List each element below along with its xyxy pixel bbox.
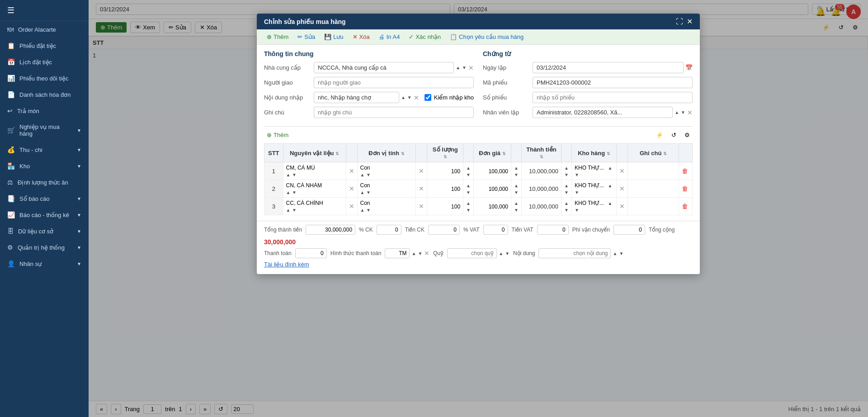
row-1-sl-input[interactable] [433,168,460,175]
row-2-kho-clear[interactable]: ✕ [617,180,628,198]
row-1-dvt[interactable]: ▲ ▼ [357,162,416,180]
row-1-kho[interactable]: ▲ ▼ [571,162,616,180]
nguoi-giao-input[interactable] [314,77,474,88]
row-1-nvl[interactable]: ▲ ▼ [283,162,346,180]
maximize-button[interactable]: ⛶ [676,17,683,26]
nha-cung-cap-clear-button[interactable]: ✕ [468,64,474,71]
row-3-dvt[interactable]: ▲ ▼ [357,198,416,215]
tong-thanh-tien-input[interactable] [306,225,355,235]
row-2-nvl[interactable]: ▲ ▼ [283,180,346,198]
pct-ck-input[interactable] [377,225,401,235]
row-3-kho[interactable]: ▲ ▼ [571,198,616,215]
row-1-kho-up[interactable]: ▲ [608,166,613,171]
row-1-dvt-up[interactable]: ▲ [360,172,365,177]
row-2-kho-down[interactable]: ▼ [575,190,579,195]
row-2-del[interactable]: 🗑 [679,180,693,198]
row-1-dg-input[interactable] [476,168,508,175]
row-3-nvl[interactable]: ▲ ▼ [283,198,346,215]
row-1-dvt-clear[interactable]: ✕ [416,162,427,180]
inner-refresh-button[interactable]: ↺ [669,130,679,140]
row-3-dvt-input[interactable] [360,200,413,206]
calendar-icon[interactable]: 📅 [685,64,693,71]
tai-lieu-link[interactable]: Tài liệu đính kèm [264,261,309,268]
row-1-delete-button[interactable]: 🗑 [682,167,688,175]
row-2-sl[interactable] [427,180,463,198]
row-3-sl-up[interactable]: ▲ [466,201,471,206]
hinh-thuc-down[interactable]: ▼ [418,251,422,256]
sidebar-item-phieu-dat-tiec[interactable]: 📋 Phiếu đặt tiệc [0,38,89,54]
row-2-kho-input[interactable] [575,182,606,189]
row-3-dvt-clear[interactable]: ✕ [416,198,427,215]
row-3-kho-clear[interactable]: ✕ [617,198,628,215]
modal-chon-yeu-cau-button[interactable]: 📋 Chọn yêu cầu mua hàng [447,32,526,42]
nhan-vien-spin-down[interactable]: ▼ [681,110,685,115]
sidebar-item-danh-sach-hoa-don[interactable]: 📄 Danh sách hóa đơn [0,86,89,103]
row-2-tt-up[interactable]: ▲ [564,183,569,188]
row-1-nvl-clear[interactable]: ✕ [346,162,357,180]
row-2-dg-down[interactable]: ▼ [514,190,519,195]
tien-vat-input[interactable] [537,225,569,235]
sidebar-item-order-alacarte[interactable]: 🍽 Order Alacarte [0,21,89,38]
row-2-dg[interactable] [474,180,511,198]
row-3-ghichu[interactable] [628,198,679,215]
row-1-kho-clear-btn[interactable]: ✕ [619,167,625,175]
row-3-kho-input[interactable] [575,200,606,206]
row-3-del[interactable]: 🗑 [679,198,693,215]
row-1-tt-up[interactable]: ▲ [564,166,569,171]
row-3-sl[interactable] [427,198,463,215]
row-3-sl-input[interactable] [433,204,460,210]
row-2-nvl-input[interactable] [286,182,343,189]
row-1-dvt-down[interactable]: ▼ [366,172,371,177]
sidebar-item-tra-mon[interactable]: ↩ Trả món [0,103,89,119]
row-3-dvt-down[interactable]: ▼ [366,208,371,213]
so-phieu-input[interactable] [533,92,693,103]
inner-settings-button[interactable]: ⚙ [682,130,693,140]
thanh-toan-input[interactable] [295,248,327,258]
modal-them-button[interactable]: ⊕ Thêm [264,32,291,42]
noi-dung-spin-up[interactable]: ▲ [401,95,406,100]
row-2-nvl-up[interactable]: ▲ [286,190,291,195]
sidebar-item-kho[interactable]: 🏪 Kho ▼ [0,158,89,174]
modal-luu-button[interactable]: 💾 Lưu [321,32,346,42]
row-3-dg-up[interactable]: ▲ [514,201,519,206]
nhan-vien-clear-button[interactable]: ✕ [687,109,693,116]
quy-down[interactable]: ▼ [505,251,509,256]
row-1-dvt-input[interactable] [360,165,413,171]
row-1-nvl-clear-btn[interactable]: ✕ [349,167,354,175]
row-1-tt-down[interactable]: ▼ [564,172,569,177]
row-3-nvl-clear-btn[interactable]: ✕ [349,203,354,210]
row-2-kho-clear-btn[interactable]: ✕ [619,185,625,192]
sidebar-item-du-lieu-co-so[interactable]: 🗄 Dữ liệu cơ sở ▼ [0,223,89,239]
row-2-dg-input[interactable] [476,186,508,192]
row-1-sl[interactable] [427,162,463,180]
quy-up[interactable]: ▲ [499,251,503,256]
row-3-nvl-clear[interactable]: ✕ [346,198,357,215]
row-2-dvt-up[interactable]: ▲ [360,190,365,195]
noi-dung-spin-down[interactable]: ▼ [407,95,412,100]
row-1-del[interactable]: 🗑 [679,162,693,180]
kiem-nhap-checkbox[interactable] [425,94,431,101]
nha-cung-cap-input[interactable] [314,62,454,73]
row-2-nvl-down[interactable]: ▼ [292,190,297,195]
row-2-sl-up[interactable]: ▲ [466,183,471,188]
row-3-kho-clear-btn[interactable]: ✕ [619,203,625,210]
row-2-dvt-clear[interactable]: ✕ [416,180,427,198]
row-3-sl-down[interactable]: ▼ [466,208,471,213]
close-button[interactable]: ✕ [687,17,693,26]
row-1-sl-up[interactable]: ▲ [466,166,471,171]
noi-dung-clear-button[interactable]: ✕ [414,94,419,101]
row-3-dg-down[interactable]: ▼ [514,208,519,213]
hinh-thuc-tt-input[interactable] [385,248,410,258]
row-3-dg-input[interactable] [476,204,508,210]
row-2-ghichu[interactable] [628,180,679,198]
row-3-dvt-up[interactable]: ▲ [360,208,365,213]
sidebar-item-dinh-luong[interactable]: ⚖ Định lượng thức ăn [0,174,89,190]
row-2-nvl-clear-btn[interactable]: ✕ [349,185,354,192]
row-2-dvt-down[interactable]: ▼ [366,190,371,195]
row-3-tt-up[interactable]: ▲ [564,201,569,206]
ngay-lap-input[interactable] [533,62,684,73]
row-1-dvt-clear-btn[interactable]: ✕ [419,167,424,175]
row-3-delete-button[interactable]: 🗑 [682,203,688,210]
row-3-nvl-down[interactable]: ▼ [292,208,297,213]
row-2-dvt-input[interactable] [360,182,413,189]
